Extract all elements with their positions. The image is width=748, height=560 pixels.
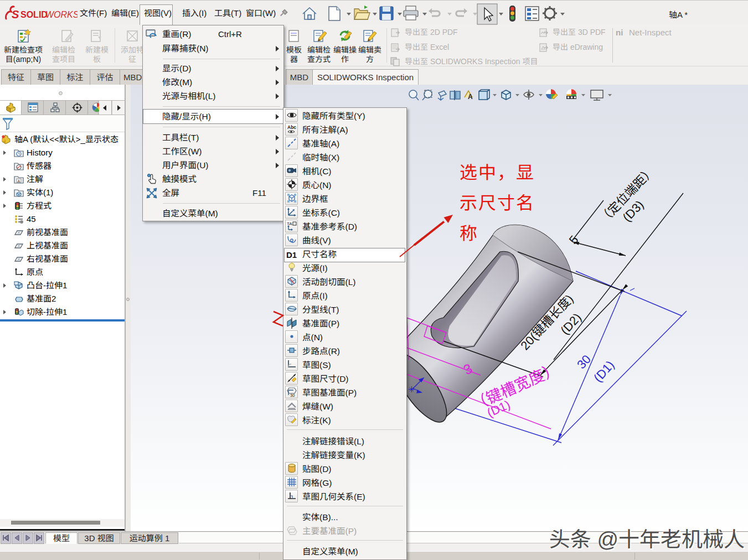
svg-text:Abc: Abc xyxy=(287,125,296,130)
svg-text:5: 5 xyxy=(566,233,581,247)
svg-text:(D1): (D1) xyxy=(591,358,617,385)
svg-text:A: A xyxy=(18,179,20,183)
svg-text:A: A xyxy=(468,93,473,101)
svg-text:30: 30 xyxy=(290,393,295,398)
svg-text:30: 30 xyxy=(574,352,594,371)
svg-text:TA: TA xyxy=(287,221,292,226)
